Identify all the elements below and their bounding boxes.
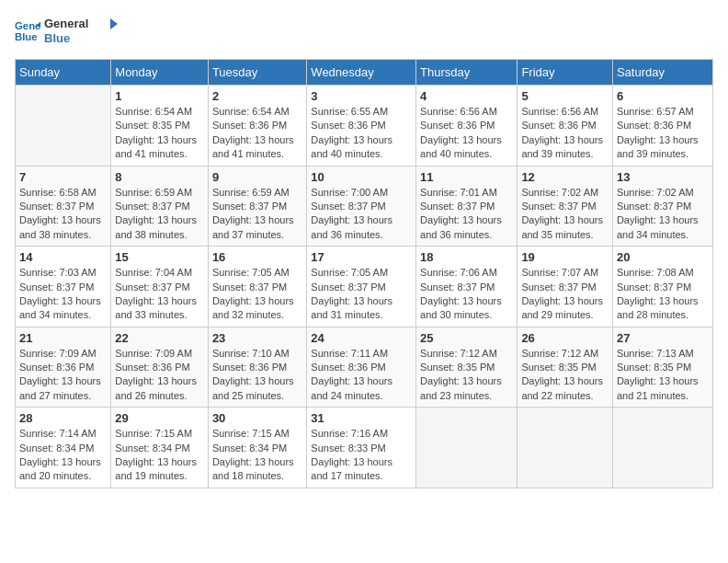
cell-info: Sunrise: 7:06 AMSunset: 8:37 PMDaylight:… xyxy=(420,266,513,323)
calendar-cell: 27Sunrise: 7:13 AMSunset: 8:35 PMDayligh… xyxy=(612,327,712,408)
calendar-cell: 18Sunrise: 7:06 AMSunset: 8:37 PMDayligh… xyxy=(416,247,518,327)
svg-text:General: General xyxy=(15,20,40,31)
day-number: 2 xyxy=(212,89,302,103)
calendar-week-row: 14Sunrise: 7:03 AMSunset: 8:37 PMDayligh… xyxy=(16,247,713,327)
calendar-cell xyxy=(16,86,111,167)
cell-info: Sunrise: 7:00 AMSunset: 8:37 PMDaylight:… xyxy=(311,186,412,243)
day-number: 6 xyxy=(617,89,709,103)
calendar-cell: 23Sunrise: 7:10 AMSunset: 8:36 PMDayligh… xyxy=(208,327,306,408)
cell-info: Sunrise: 6:56 AMSunset: 8:36 PMDaylight:… xyxy=(521,105,609,162)
calendar-cell: 19Sunrise: 7:07 AMSunset: 8:37 PMDayligh… xyxy=(518,247,613,327)
day-number: 8 xyxy=(115,170,204,184)
cell-info: Sunrise: 7:02 AMSunset: 8:37 PMDaylight:… xyxy=(521,186,609,243)
day-number: 13 xyxy=(617,170,709,184)
day-number: 3 xyxy=(311,89,412,103)
calendar-cell: 3Sunrise: 6:55 AMSunset: 8:36 PMDaylight… xyxy=(307,86,416,167)
calendar-cell: 8Sunrise: 6:59 AMSunset: 8:37 PMDaylight… xyxy=(111,166,209,247)
calendar-cell: 21Sunrise: 7:09 AMSunset: 8:36 PMDayligh… xyxy=(16,327,111,408)
cell-info: Sunrise: 7:01 AMSunset: 8:37 PMDaylight:… xyxy=(420,186,513,243)
weekday-header: Sunday xyxy=(16,60,111,86)
cell-info: Sunrise: 7:08 AMSunset: 8:37 PMDaylight:… xyxy=(617,266,709,323)
cell-info: Sunrise: 6:59 AMSunset: 8:37 PMDaylight:… xyxy=(115,186,204,243)
cell-info: Sunrise: 6:54 AMSunset: 8:36 PMDaylight:… xyxy=(212,105,302,162)
calendar-cell: 31Sunrise: 7:16 AMSunset: 8:33 PMDayligh… xyxy=(307,408,416,488)
day-number: 26 xyxy=(521,331,609,345)
day-number: 19 xyxy=(521,250,609,264)
calendar-cell: 9Sunrise: 6:59 AMSunset: 8:37 PMDaylight… xyxy=(208,166,306,247)
cell-info: Sunrise: 7:02 AMSunset: 8:37 PMDaylight:… xyxy=(617,186,709,243)
calendar-cell: 29Sunrise: 7:15 AMSunset: 8:34 PMDayligh… xyxy=(111,408,209,488)
cell-info: Sunrise: 7:12 AMSunset: 8:35 PMDaylight:… xyxy=(521,347,609,404)
calendar-cell: 11Sunrise: 7:01 AMSunset: 8:37 PMDayligh… xyxy=(416,166,518,247)
cell-info: Sunrise: 7:13 AMSunset: 8:35 PMDaylight:… xyxy=(617,347,709,404)
cell-info: Sunrise: 7:15 AMSunset: 8:34 PMDaylight:… xyxy=(212,427,302,484)
calendar-cell: 2Sunrise: 6:54 AMSunset: 8:36 PMDaylight… xyxy=(208,86,306,167)
cell-info: Sunrise: 7:05 AMSunset: 8:37 PMDaylight:… xyxy=(311,266,412,323)
day-number: 24 xyxy=(311,331,412,345)
calendar-cell: 15Sunrise: 7:04 AMSunset: 8:37 PMDayligh… xyxy=(111,247,209,327)
cell-info: Sunrise: 7:09 AMSunset: 8:36 PMDaylight:… xyxy=(19,347,107,404)
cell-info: Sunrise: 7:10 AMSunset: 8:36 PMDaylight:… xyxy=(212,347,302,404)
calendar-cell: 30Sunrise: 7:15 AMSunset: 8:34 PMDayligh… xyxy=(208,408,306,488)
day-number: 1 xyxy=(115,89,204,103)
day-number: 18 xyxy=(420,250,513,264)
day-number: 11 xyxy=(420,170,513,184)
cell-info: Sunrise: 7:09 AMSunset: 8:36 PMDaylight:… xyxy=(115,347,204,404)
calendar-cell: 13Sunrise: 7:02 AMSunset: 8:37 PMDayligh… xyxy=(612,166,712,247)
cell-info: Sunrise: 7:16 AMSunset: 8:33 PMDaylight:… xyxy=(311,427,412,484)
day-number: 20 xyxy=(617,250,709,264)
weekday-header: Monday xyxy=(111,60,209,86)
day-number: 12 xyxy=(521,170,609,184)
logo-svg: General Blue xyxy=(44,15,118,48)
calendar-cell: 25Sunrise: 7:12 AMSunset: 8:35 PMDayligh… xyxy=(416,327,518,408)
page-header: General Blue General Blue xyxy=(15,15,713,48)
weekday-header: Friday xyxy=(518,60,613,86)
day-number: 29 xyxy=(115,411,204,425)
calendar-week-row: 7Sunrise: 6:58 AMSunset: 8:37 PMDaylight… xyxy=(16,166,713,247)
logo-icon: General Blue xyxy=(15,18,40,44)
calendar-cell: 4Sunrise: 6:56 AMSunset: 8:36 PMDaylight… xyxy=(416,86,518,167)
calendar-cell: 22Sunrise: 7:09 AMSunset: 8:36 PMDayligh… xyxy=(111,327,209,408)
day-number: 27 xyxy=(617,331,709,345)
calendar-week-row: 21Sunrise: 7:09 AMSunset: 8:36 PMDayligh… xyxy=(16,327,713,408)
cell-info: Sunrise: 6:57 AMSunset: 8:36 PMDaylight:… xyxy=(617,105,709,162)
day-number: 14 xyxy=(19,250,107,264)
day-number: 25 xyxy=(420,331,513,345)
calendar-cell: 1Sunrise: 6:54 AMSunset: 8:35 PMDaylight… xyxy=(111,86,209,167)
calendar-cell xyxy=(518,408,613,488)
day-number: 4 xyxy=(420,89,513,103)
svg-marker-5 xyxy=(110,18,118,29)
cell-info: Sunrise: 7:07 AMSunset: 8:37 PMDaylight:… xyxy=(521,266,609,323)
day-number: 17 xyxy=(311,250,412,264)
calendar-cell: 28Sunrise: 7:14 AMSunset: 8:34 PMDayligh… xyxy=(16,408,111,488)
day-number: 16 xyxy=(212,250,302,264)
calendar-cell xyxy=(416,408,518,488)
day-number: 5 xyxy=(521,89,609,103)
day-number: 31 xyxy=(311,411,412,425)
day-number: 7 xyxy=(19,170,107,184)
day-number: 15 xyxy=(115,250,204,264)
day-number: 23 xyxy=(212,331,302,345)
calendar-cell: 26Sunrise: 7:12 AMSunset: 8:35 PMDayligh… xyxy=(518,327,613,408)
weekday-header: Tuesday xyxy=(208,60,306,86)
calendar-week-row: 28Sunrise: 7:14 AMSunset: 8:34 PMDayligh… xyxy=(16,408,713,488)
cell-info: Sunrise: 6:55 AMSunset: 8:36 PMDaylight:… xyxy=(311,105,412,162)
cell-info: Sunrise: 6:58 AMSunset: 8:37 PMDaylight:… xyxy=(19,186,107,243)
svg-text:Blue: Blue xyxy=(15,31,38,42)
weekday-header: Saturday xyxy=(612,60,712,86)
cell-info: Sunrise: 6:59 AMSunset: 8:37 PMDaylight:… xyxy=(212,186,302,243)
svg-text:General: General xyxy=(44,17,88,30)
calendar-cell: 17Sunrise: 7:05 AMSunset: 8:37 PMDayligh… xyxy=(307,247,416,327)
calendar-cell: 12Sunrise: 7:02 AMSunset: 8:37 PMDayligh… xyxy=(518,166,613,247)
day-number: 22 xyxy=(115,331,204,345)
day-number: 10 xyxy=(311,170,412,184)
cell-info: Sunrise: 7:05 AMSunset: 8:37 PMDaylight:… xyxy=(212,266,302,323)
logo: General Blue General Blue xyxy=(15,15,118,48)
day-number: 21 xyxy=(19,331,107,345)
cell-info: Sunrise: 7:14 AMSunset: 8:34 PMDaylight:… xyxy=(19,427,107,484)
calendar-cell: 16Sunrise: 7:05 AMSunset: 8:37 PMDayligh… xyxy=(208,247,306,327)
cell-info: Sunrise: 7:15 AMSunset: 8:34 PMDaylight:… xyxy=(115,427,204,484)
calendar-cell: 24Sunrise: 7:11 AMSunset: 8:36 PMDayligh… xyxy=(307,327,416,408)
calendar-table: SundayMondayTuesdayWednesdayThursdayFrid… xyxy=(15,59,713,488)
cell-info: Sunrise: 6:54 AMSunset: 8:35 PMDaylight:… xyxy=(115,105,204,162)
